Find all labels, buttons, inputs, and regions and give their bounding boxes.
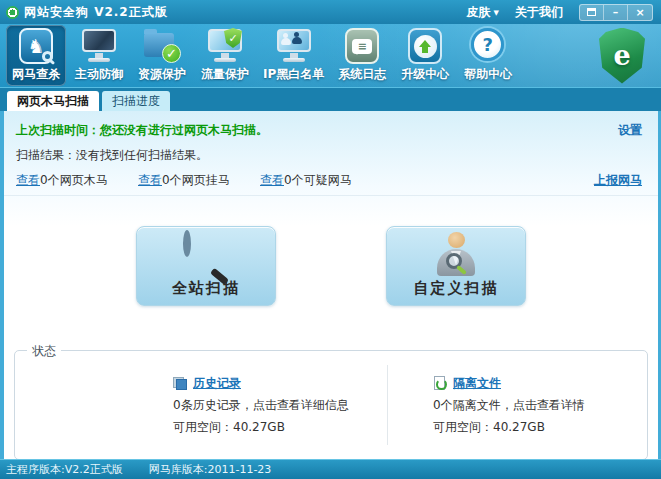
monitor-icon bbox=[79, 27, 119, 65]
main-nav-bar: ♞ 网马查杀 主动防御 ✓ 资源保护 ✓ 流量保护 bbox=[0, 24, 661, 88]
nav-label: 流量保护 bbox=[201, 66, 249, 83]
nav-label: 主动防御 bbox=[75, 66, 123, 83]
nav-item-help-center[interactable]: ? 帮助中心 bbox=[458, 25, 518, 86]
minimize-to-tray-button[interactable] bbox=[580, 5, 604, 20]
nav-item-system-log[interactable]: ≡ 系统日志 bbox=[332, 25, 392, 86]
user-icon bbox=[281, 33, 291, 45]
suspicious-trojan-count: 查看0个可疑网马 bbox=[260, 172, 382, 189]
log-bubble-icon: ≡ bbox=[342, 27, 382, 65]
magnifier-icon bbox=[42, 51, 53, 62]
nav-item-active-defense[interactable]: 主动防御 bbox=[69, 25, 129, 86]
count-text: 0个可疑网马 bbox=[284, 173, 352, 187]
history-link[interactable]: 历史记录 bbox=[193, 375, 241, 392]
nav-item-traffic-protection[interactable]: ✓ 流量保护 bbox=[195, 25, 255, 86]
last-scan-text: 上次扫描时间：您还没有进行过网页木马扫描。 bbox=[16, 122, 268, 139]
main-content: 上次扫描时间：您还没有进行过网页木马扫描。 设置 扫描结果：没有找到任何扫描结果… bbox=[0, 111, 661, 459]
minimize-button[interactable]: – bbox=[604, 5, 628, 20]
skin-menu-label: 皮肤 bbox=[467, 4, 491, 21]
count-text: 0个网页挂马 bbox=[162, 173, 230, 187]
count-text: 0个网页木马 bbox=[40, 173, 108, 187]
title-bar: 网站安全狗 V2.2正式版 皮肤 ▼ 关于我们 – × bbox=[0, 0, 661, 24]
title-bar-actions: 皮肤 ▼ 关于我们 – × bbox=[467, 4, 653, 21]
view-web-trojans-link[interactable]: 查看 bbox=[16, 173, 40, 187]
report-trojan-link[interactable]: 上报网马 bbox=[594, 172, 642, 189]
scan-counts-row: 查看0个网页木马 查看0个网页挂马 查看0个可疑网马 上报网马 bbox=[16, 172, 642, 189]
tab-bar: 网页木马扫描 扫描进度 bbox=[0, 88, 661, 111]
quarantine-link[interactable]: 隔离文件 bbox=[453, 375, 501, 392]
full-site-scan-button[interactable]: 全站扫描 bbox=[136, 226, 276, 306]
monitor-shield-icon: ✓ bbox=[205, 27, 245, 65]
window-title: 网站安全狗 V2.2正式版 bbox=[24, 4, 168, 21]
user-icon bbox=[292, 32, 302, 44]
about-us-button[interactable]: 关于我们 bbox=[515, 4, 563, 21]
brand-letter: e bbox=[613, 40, 630, 71]
hung-trojan-count: 查看0个网页挂马 bbox=[138, 172, 260, 189]
quarantine-file-icon bbox=[433, 376, 447, 390]
close-button[interactable]: × bbox=[628, 5, 652, 20]
settings-link[interactable]: 设置 bbox=[618, 122, 642, 139]
check-icon: ✓ bbox=[162, 44, 181, 63]
scan-summary-panel: 上次扫描时间：您还没有进行过网页木马扫描。 设置 扫描结果：没有找到任何扫描结果… bbox=[4, 111, 658, 196]
full-site-scan-label: 全站扫描 bbox=[172, 279, 240, 298]
nav-label: 资源保护 bbox=[138, 66, 186, 83]
monitor-users-icon bbox=[274, 27, 314, 65]
nav-label: 升级中心 bbox=[401, 66, 449, 83]
help-question-icon: ? bbox=[468, 27, 508, 65]
view-suspicious-link[interactable]: 查看 bbox=[260, 173, 284, 187]
nav-label: 系统日志 bbox=[338, 66, 386, 83]
tab-scan-progress[interactable]: 扫描进度 bbox=[102, 91, 170, 111]
web-trojan-count: 查看0个网页木马 bbox=[16, 172, 138, 189]
nav-item-upgrade-center[interactable]: 升级中心 bbox=[395, 25, 455, 86]
scan-result-text: 扫描结果：没有找到任何扫描结果。 bbox=[16, 147, 642, 164]
history-free-space: 可用空间：40.27GB bbox=[173, 419, 387, 436]
upgrade-arrow-icon bbox=[405, 27, 445, 65]
tab-web-trojan-scan[interactable]: 网页木马扫描 bbox=[7, 91, 99, 111]
app-logo-dot-icon bbox=[6, 6, 19, 19]
nav-item-ip-blacklist-whitelist[interactable]: IP黑白名单 bbox=[258, 25, 329, 86]
knight-scan-icon: ♞ bbox=[16, 27, 56, 65]
nav-item-resource-protection[interactable]: ✓ 资源保护 bbox=[132, 25, 192, 86]
nav-item-web-trojan-scan[interactable]: ♞ 网马查杀 bbox=[6, 25, 66, 86]
folder-check-icon: ✓ bbox=[142, 27, 182, 65]
custom-scan-label: 自定义扫描 bbox=[414, 279, 499, 298]
program-version: 主程序版本:V2.2正式版 bbox=[6, 462, 123, 477]
window-controls: – × bbox=[579, 4, 653, 21]
view-hung-trojans-link[interactable]: 查看 bbox=[138, 173, 162, 187]
chevron-down-icon: ▼ bbox=[494, 9, 499, 17]
quarantine-detail: 0个隔离文件，点击查看详情 bbox=[433, 397, 647, 414]
nav-label: IP黑白名单 bbox=[263, 66, 324, 83]
person-scan-icon bbox=[433, 232, 479, 278]
trojan-db-version: 网马库版本:2011-11-23 bbox=[149, 462, 272, 477]
custom-scan-button[interactable]: 自定义扫描 bbox=[386, 226, 526, 306]
scan-buttons-row: 全站扫描 自定义扫描 bbox=[4, 226, 658, 306]
brand-shield-icon: e bbox=[599, 28, 645, 84]
app-window: 网站安全狗 V2.2正式版 皮肤 ▼ 关于我们 – × ♞ 网马查杀 bbox=[0, 0, 661, 479]
history-column: 历史记录 0条历史记录，点击查看详细信息 可用空间：40.27GB bbox=[15, 351, 387, 459]
quarantine-free-space: 可用空间：40.27GB bbox=[433, 419, 647, 436]
tray-icon bbox=[587, 8, 596, 16]
quarantine-column: 隔离文件 0个隔离文件，点击查看详情 可用空间：40.27GB bbox=[388, 351, 647, 459]
nav-label: 网马查杀 bbox=[12, 66, 60, 83]
status-fieldset: 状态 历史记录 0条历史记录，点击查看详细信息 可用空间：40.27GB 隔离文… bbox=[14, 350, 648, 459]
history-detail: 0条历史记录，点击查看详细信息 bbox=[173, 397, 387, 414]
history-icon bbox=[173, 377, 187, 390]
status-legend: 状态 bbox=[27, 343, 61, 360]
nav-label: 帮助中心 bbox=[464, 66, 512, 83]
magnifier-icon bbox=[183, 234, 227, 278]
skin-menu-button[interactable]: 皮肤 ▼ bbox=[467, 4, 499, 21]
status-bar: 主程序版本:V2.2正式版 网马库版本:2011-11-23 bbox=[0, 459, 661, 479]
